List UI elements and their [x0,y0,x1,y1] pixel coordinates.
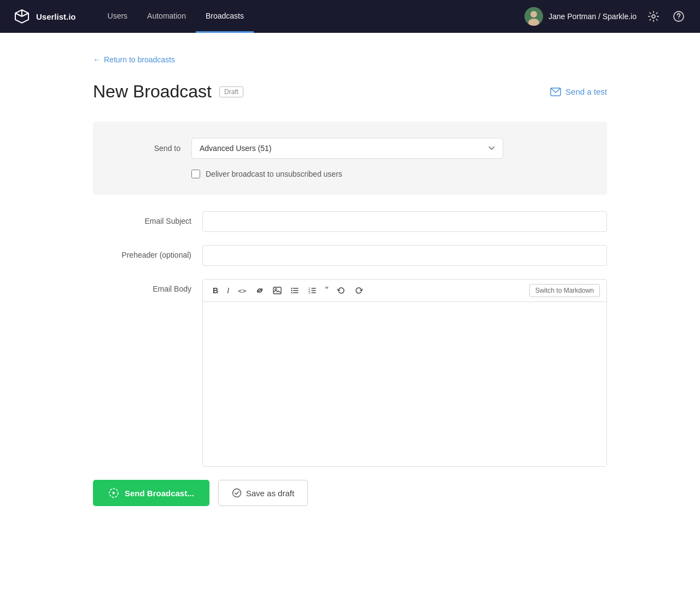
send-to-select[interactable]: Advanced Users (51) All Users New Users … [191,138,503,159]
nav-broadcasts[interactable]: Broadcasts [196,0,254,33]
avatar [524,7,543,26]
toolbar-undo[interactable] [334,284,349,297]
action-bar: Send Broadcast... Save as draft [93,480,607,506]
unsubscribed-row: Deliver broadcast to unsubscribed users [115,170,585,178]
main-content: ← Return to broadcasts New Broadcast Dra… [77,33,623,539]
toolbar-bold[interactable]: B [209,284,221,297]
check-circle-icon [232,488,242,498]
page-header: New Broadcast Draft Send a test [93,82,607,102]
send-test-label: Send a test [565,87,607,96]
toolbar-code[interactable]: <> [235,285,250,297]
send-to-label: Send to [115,144,180,153]
email-subject-row: Email Subject [93,211,607,232]
settings-button[interactable] [645,8,662,25]
send-broadcast-button[interactable]: Send Broadcast... [93,480,209,506]
unsubscribed-checkbox[interactable] [191,170,200,178]
brand-logo[interactable]: Userlist.io [13,8,76,25]
toolbar-blockquote[interactable]: " [322,284,332,297]
send-icon [108,487,119,498]
back-link[interactable]: ← Return to broadcasts [93,55,175,64]
draft-badge: Draft [219,86,243,97]
send-to-row: Send to Advanced Users (51) All Users Ne… [115,138,585,159]
nav-links: Users Automation Broadcasts [98,0,524,33]
switch-markdown-button[interactable]: Switch to Markdown [529,284,600,297]
svg-point-27 [232,489,241,497]
toolbar-bullet-list[interactable] [287,284,302,297]
email-subject-input[interactable] [202,211,607,232]
svg-point-10 [678,19,679,20]
unsubscribed-label: Deliver broadcast to unsubscribed users [206,170,342,178]
email-body-label: Email Body [93,279,191,293]
toolbar-link[interactable] [252,284,267,297]
preheader-input[interactable] [202,245,607,266]
svg-point-16 [291,292,292,293]
navbar: Userlist.io Users Automation Broadcasts … [0,0,700,33]
help-button[interactable] [670,8,687,25]
nav-right: Jane Portman / Sparkle.io [524,7,687,26]
email-body-editor: B I <> [202,279,607,467]
svg-point-6 [530,11,537,18]
save-draft-button[interactable]: Save as draft [218,480,308,506]
user-display: Jane Portman / Sparkle.io [549,12,637,21]
envelope-icon [550,88,561,96]
toolbar-redo[interactable] [351,284,366,297]
svg-text:3.: 3. [308,291,311,294]
preheader-row: Preheader (optional) [93,245,607,266]
send-test-button[interactable]: Send a test [550,87,607,96]
save-draft-label: Save as draft [246,489,294,498]
page-title-area: New Broadcast Draft [93,82,243,102]
toolbar-italic[interactable]: I [224,284,232,297]
editor-toolbar: B I <> [203,280,606,302]
back-link-label: Return to broadcasts [104,55,175,64]
user-menu[interactable]: Jane Portman / Sparkle.io [524,7,637,26]
toolbar-image[interactable] [270,284,285,297]
svg-point-13 [275,288,277,290]
svg-point-8 [652,15,655,18]
back-arrow-icon: ← [93,55,101,64]
send-to-section: Send to Advanced Users (51) All Users Ne… [93,121,607,195]
email-subject-label: Email Subject [93,211,191,225]
preheader-label: Preheader (optional) [93,245,191,259]
svg-point-15 [291,290,292,291]
email-body-input[interactable] [203,302,606,466]
svg-point-14 [291,288,292,289]
email-body-row: Email Body B I <> [93,279,607,467]
page-title: New Broadcast [93,82,212,102]
nav-users[interactable]: Users [98,0,138,33]
send-broadcast-label: Send Broadcast... [125,489,194,498]
nav-automation[interactable]: Automation [137,0,196,33]
svg-rect-12 [273,287,281,294]
brand-name: Userlist.io [36,12,76,21]
toolbar-ordered-list[interactable]: 1. 2. 3. [305,284,320,297]
